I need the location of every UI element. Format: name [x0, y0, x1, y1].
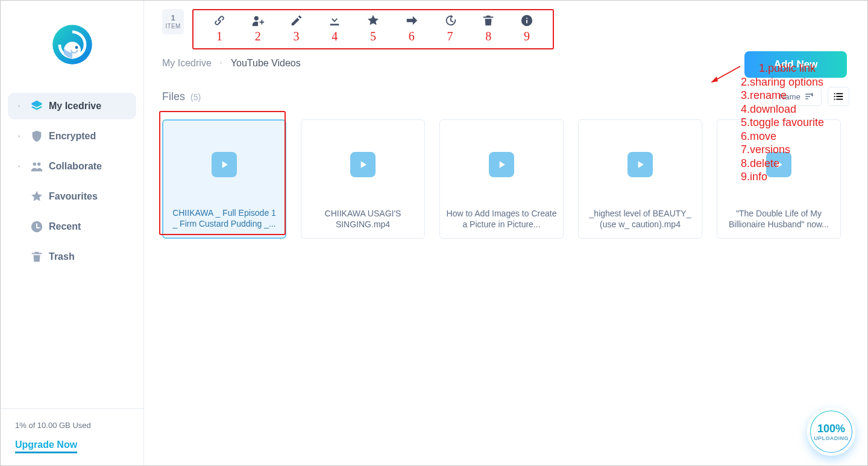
sidebar-item-label: Encrypted [49, 131, 96, 142]
upload-progress-fab[interactable]: 100% UPLOADING [807, 408, 855, 456]
svg-marker-3 [711, 77, 718, 83]
selection-count-number: 1 [171, 14, 175, 22]
file-title: "The Double Life of My Billionaire Husba… [723, 209, 834, 230]
sidebar-item-label: My Icedrive [49, 101, 101, 112]
sidebar-item-collaborate[interactable]: Collaborate [8, 153, 136, 180]
selection-count-unit: ITEM [165, 23, 180, 30]
sharing-options-button[interactable]: 2 [241, 14, 275, 43]
sidebar-item-my-icedrive[interactable]: My Icedrive [8, 93, 136, 119]
history-icon [444, 14, 457, 27]
sidebar-item-favourites[interactable]: Favourites [8, 183, 136, 210]
main-area: 1 ITEM 1 2 3 4 5 6 7 8 9 [144, 1, 867, 465]
upload-percent: 100% [817, 423, 845, 435]
rename-button[interactable]: 3 [279, 14, 314, 43]
file-tile[interactable]: How to Add Images to Create a Picture in… [439, 119, 564, 239]
icedrive-logo-icon [49, 21, 96, 68]
link-icon [213, 14, 226, 27]
sidebar-item-label: Trash [49, 251, 75, 262]
chevron-right-icon [219, 58, 224, 69]
upgrade-link[interactable]: Upgrade Now [15, 439, 77, 453]
selection-count: 1 ITEM [162, 9, 184, 34]
public-link-button[interactable]: 1 [202, 14, 237, 43]
file-title: CHIIKAWA USAGI'S SINGING.mp4 [307, 209, 418, 230]
versions-button[interactable]: 7 [433, 14, 468, 43]
toggle-favourite-button[interactable]: 5 [356, 14, 391, 43]
info-button[interactable]: 9 [509, 14, 544, 43]
upload-label: UPLOADING [814, 435, 849, 441]
play-icon [350, 152, 376, 177]
file-tile[interactable]: CHIIKAWA _ Full Episode 1 _ Firm Custard… [162, 119, 286, 239]
logo[interactable] [1, 1, 143, 88]
trash-icon [482, 14, 495, 27]
annotation-legend: 1.public link 2.sharing options 3.rename… [741, 34, 824, 197]
svg-point-1 [75, 46, 78, 49]
selection-toolbar: 1 2 3 4 5 6 7 8 9 [197, 14, 549, 43]
pencil-icon [290, 14, 303, 27]
files-header: Files (5) [162, 90, 201, 103]
play-icon [212, 152, 237, 177]
share-user-icon [251, 14, 265, 27]
file-title: _highest level of BEAUTY_ (use w_ cautio… [585, 209, 696, 230]
arrow-icon [707, 63, 743, 87]
sidebar-item-trash[interactable]: Trash [8, 244, 136, 270]
storage-quota-text: 1% of 10.00 GB Used [15, 421, 129, 430]
sidebar-item-recent[interactable]: Recent [8, 213, 136, 240]
sidebar: My Icedrive Encrypted Collaborate Favour… [1, 1, 144, 465]
download-button[interactable]: 4 [317, 14, 352, 43]
toolbar-annotated-box: 1 2 3 4 5 6 7 8 9 [192, 9, 554, 49]
star-icon [28, 190, 45, 203]
arrow-right-icon [405, 14, 418, 27]
clock-icon [28, 220, 45, 233]
delete-button[interactable]: 8 [471, 14, 506, 43]
file-tile[interactable]: CHIIKAWA USAGI'S SINGING.mp4 [301, 119, 425, 239]
sidebar-item-label: Favourites [49, 191, 98, 202]
chevron-right-icon [15, 102, 24, 110]
breadcrumb-root[interactable]: My Icedrive [162, 58, 212, 69]
sidebar-item-encrypted[interactable]: Encrypted [8, 123, 136, 150]
breadcrumb-current: YouTube Videos [231, 58, 301, 69]
sidebar-nav: My Icedrive Encrypted Collaborate Favour… [1, 88, 143, 270]
chevron-right-icon [15, 133, 24, 140]
star-icon [366, 14, 380, 27]
sidebar-item-label: Recent [49, 221, 81, 232]
list-view-button[interactable] [828, 87, 849, 106]
file-tile[interactable]: _highest level of BEAUTY_ (use w_ cautio… [578, 119, 702, 239]
file-title: CHIIKAWA _ Full Episode 1 _ Firm Custard… [169, 208, 279, 229]
play-icon [489, 152, 514, 177]
move-button[interactable]: 6 [394, 14, 429, 43]
download-icon [328, 14, 341, 27]
layers-icon [28, 99, 45, 113]
play-icon [627, 152, 653, 177]
people-icon [28, 160, 45, 173]
sidebar-item-label: Collaborate [49, 161, 102, 172]
file-title: How to Add Images to Create a Picture in… [446, 209, 557, 230]
shield-icon [28, 130, 45, 143]
chevron-right-icon [15, 163, 24, 170]
trash-icon [28, 250, 45, 263]
info-icon [520, 14, 533, 27]
